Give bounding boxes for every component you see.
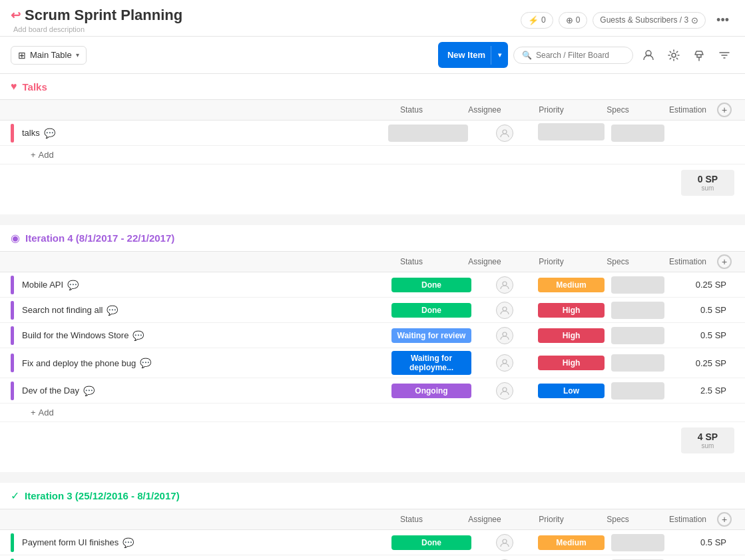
search-box[interactable]: 🔍 xyxy=(513,47,633,64)
iter4-add-label: Add xyxy=(39,408,54,418)
chat-icon[interactable]: 💬 xyxy=(83,386,95,396)
talks-add-row[interactable]: + Add xyxy=(0,146,745,164)
priority-badge: Low xyxy=(538,384,605,398)
specs-cell[interactable] xyxy=(608,327,668,344)
status-badge: Waiting for review xyxy=(391,328,471,343)
new-item-button[interactable]: New Item ▾ xyxy=(438,42,508,68)
status-cell[interactable]: Done xyxy=(388,303,475,318)
row-name: Payment form UI finishes xyxy=(22,537,119,547)
estimation-cell: 0.25 SP xyxy=(668,280,734,290)
assignee-cell[interactable] xyxy=(475,354,535,372)
specs-empty xyxy=(611,534,664,551)
priority-cell[interactable]: High xyxy=(535,303,608,318)
iter4-add-column-btn[interactable]: + xyxy=(714,254,734,269)
iter4-collapse-icon[interactable]: ◉ xyxy=(11,232,20,244)
status-cell[interactable]: Waiting for review xyxy=(388,328,475,343)
guests-pill[interactable]: Guests & Subscribers / 3 ⊙ xyxy=(593,12,706,29)
specs-cell[interactable] xyxy=(608,125,668,142)
col-header-assignee: Assignee xyxy=(455,105,515,115)
priority-badge: High xyxy=(538,303,605,318)
iter4-sum-row: 4 SP sum xyxy=(0,422,745,459)
col-header-estimation: Estimation xyxy=(648,515,714,524)
priority-cell[interactable]: Medium xyxy=(535,278,608,292)
iter3-plus-icon[interactable]: + xyxy=(717,512,732,527)
table-row[interactable]: Payment form UI finishes 💬 Done Medium 0… xyxy=(0,530,745,555)
specs-cell[interactable] xyxy=(608,276,668,294)
row-color-bar xyxy=(11,276,14,294)
table-row[interactable]: Build for the Windows Store 💬 Waiting fo… xyxy=(0,323,745,348)
status-cell[interactable]: Waiting for deployme... xyxy=(388,351,475,375)
talks-collapse-icon[interactable]: ♥ xyxy=(11,81,17,93)
search-icon: 🔍 xyxy=(522,51,532,60)
status-cell[interactable] xyxy=(388,125,475,142)
settings-icon-button[interactable] xyxy=(664,47,684,64)
estimation-cell: 0.5 SP xyxy=(668,330,734,340)
table-row[interactable]: Search not finding all 💬 Done High 0.5 S… xyxy=(0,298,745,323)
chat-icon[interactable]: 💬 xyxy=(107,305,118,316)
table-row[interactable]: Dev of the Day 💬 Ongoing Low 2.5 SP xyxy=(0,378,745,404)
main-table-label: Main Table xyxy=(30,50,72,60)
share-icon: ⊙ xyxy=(691,15,698,25)
priority-cell[interactable]: Medium xyxy=(535,535,608,550)
col-header-status: Status xyxy=(368,515,455,524)
specs-cell[interactable] xyxy=(608,534,668,551)
iter3-collapse-icon[interactable]: ✓ xyxy=(11,489,19,502)
new-item-label: New Item xyxy=(447,50,491,60)
status-cell[interactable]: Done xyxy=(388,535,475,550)
specs-cell[interactable] xyxy=(608,302,668,319)
priority-cell[interactable]: Low xyxy=(535,384,608,398)
iter4-plus-icon[interactable]: + xyxy=(717,254,732,269)
chat-icon[interactable]: 💬 xyxy=(132,330,144,341)
automations-pill[interactable]: ⚡ 0 xyxy=(521,12,553,29)
table-row[interactable]: talks 💬 xyxy=(0,121,745,146)
svg-point-9 xyxy=(503,332,507,336)
status-badge: Done xyxy=(391,278,471,292)
user-icon-button[interactable] xyxy=(638,47,658,64)
table-row[interactable]: Glitch in the ui 💬 Done Medium 0.5 SP xyxy=(0,555,745,560)
talks-add-label: Add xyxy=(39,150,54,160)
search-input[interactable] xyxy=(536,51,624,60)
automations-count: 0 xyxy=(541,15,546,25)
filter-icon-button[interactable] xyxy=(714,47,734,64)
estimation-cell: 0.5 SP xyxy=(668,305,734,315)
assignee-cell[interactable] xyxy=(475,125,535,142)
assignee-cell[interactable] xyxy=(475,276,535,294)
board-subtitle[interactable]: Add board description xyxy=(13,25,182,33)
iter4-add-row[interactable]: + Add xyxy=(0,404,745,422)
board-title: ↩ Scrum Sprint Planning xyxy=(11,7,182,24)
chat-icon[interactable]: 💬 xyxy=(140,358,151,368)
chat-icon[interactable]: 💬 xyxy=(123,537,134,548)
iter4-column-headers: Status Assignee Priority Specs Estimatio… xyxy=(0,251,745,272)
talks-plus-icon[interactable]: + xyxy=(717,103,732,117)
main-table-button[interactable]: ⊞ Main Table ▾ xyxy=(11,46,87,65)
priority-cell[interactable]: High xyxy=(535,356,608,370)
iter3-section: ✓ Iteration 3 (25/12/2016 - 8/1/2017) St… xyxy=(0,483,745,560)
priority-badge: High xyxy=(538,328,605,343)
integrations-pill[interactable]: ⊕ 0 xyxy=(559,12,588,29)
talks-sum-row: 0 SP sum xyxy=(0,164,745,201)
priority-cell[interactable]: High xyxy=(535,328,608,343)
status-cell[interactable]: Ongoing xyxy=(388,384,475,398)
app-container: ↩ Scrum Sprint Planning Add board descri… xyxy=(0,0,745,560)
specs-cell[interactable] xyxy=(608,382,668,400)
assignee-cell[interactable] xyxy=(475,327,535,344)
iter4-title: Iteration 4 (8/1/2017 - 22/1/2017) xyxy=(25,232,174,244)
iter3-add-column-btn[interactable]: + xyxy=(714,512,734,527)
specs-cell[interactable] xyxy=(608,354,668,372)
row-name-area: Search not finding all 💬 xyxy=(11,301,388,320)
priority-cell[interactable] xyxy=(535,123,608,142)
more-options-button[interactable]: ••• xyxy=(711,11,734,30)
assignee-cell[interactable] xyxy=(475,382,535,400)
chat-icon[interactable]: 💬 xyxy=(67,280,79,290)
assignee-cell[interactable] xyxy=(475,534,535,551)
table-row[interactable]: Mobile API 💬 Done Medium 0.25 SP xyxy=(0,272,745,298)
chat-icon[interactable]: 💬 xyxy=(44,128,55,139)
pin-icon-button[interactable] xyxy=(689,47,709,64)
row-color-bar xyxy=(11,326,14,345)
integration-icon: ⊕ xyxy=(566,15,573,25)
assignee-cell[interactable] xyxy=(475,302,535,319)
col-header-specs: Specs xyxy=(588,105,648,115)
talks-add-column-btn[interactable]: + xyxy=(714,103,734,117)
status-cell[interactable]: Done xyxy=(388,278,475,292)
table-row[interactable]: Fix and deploy the phone bug 💬 Waiting f… xyxy=(0,348,745,378)
